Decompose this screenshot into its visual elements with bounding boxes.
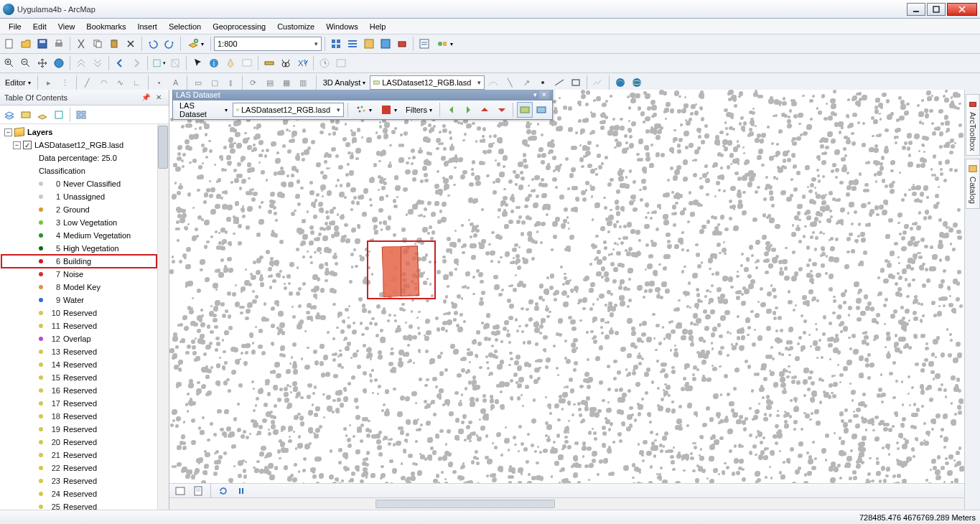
edit-vertices-button[interactable]: ⋮ (57, 75, 73, 90)
interp-point-button[interactable] (535, 75, 551, 90)
add-data-button[interactable]: ▾ (184, 37, 207, 51)
save-button[interactable] (34, 36, 50, 52)
dataset-node[interactable]: −LASDataset12_RGB.lasd (1, 139, 157, 151)
las-points-button[interactable]: ▾ (352, 103, 375, 117)
scale-combo[interactable]: 1:800 (214, 37, 322, 51)
list-by-drawing-button[interactable] (1, 107, 17, 123)
measure-button[interactable] (261, 55, 277, 71)
arcscene-button[interactable] (629, 75, 645, 90)
fixed-zoom-in-button[interactable] (73, 55, 89, 71)
interp-line-button[interactable] (551, 75, 567, 90)
class-row[interactable]: 8Model Key (1, 281, 157, 294)
las-prev-button[interactable] (460, 102, 475, 118)
las-surface-button[interactable]: ▾ (377, 103, 401, 117)
toc-scroll-thumb[interactable] (158, 126, 168, 169)
class-row[interactable]: 0Never Classified (1, 177, 157, 190)
class-row[interactable]: 9Water (1, 294, 157, 307)
findxy-button[interactable]: XY (294, 55, 310, 71)
las-down-button[interactable] (494, 102, 509, 118)
copy-button[interactable] (90, 36, 106, 52)
toc-tree[interactable]: −Layers −LASDataset12_RGB.lasd Data perc… (0, 124, 169, 510)
hyperlink-button[interactable] (223, 55, 238, 71)
html-popup-button[interactable] (239, 55, 255, 71)
catalog-button[interactable] (361, 36, 377, 52)
pan-button[interactable] (34, 55, 50, 71)
minimize-button[interactable] (907, 3, 925, 16)
dataset-checkbox[interactable] (23, 141, 32, 149)
arcglobe-button[interactable] (612, 75, 628, 90)
las-first-button[interactable] (444, 102, 459, 118)
class-row[interactable]: 21Reserved (1, 449, 157, 462)
menu-file[interactable]: File (3, 20, 27, 33)
profile-graph-button[interactable] (590, 75, 606, 90)
fixed-zoom-out-button[interactable] (90, 55, 106, 71)
list-by-selection-button[interactable] (51, 107, 67, 123)
interp-poly-button[interactable] (568, 75, 584, 90)
toc-scrollbar[interactable] (157, 124, 169, 510)
las-filters-menu[interactable]: Filters▾ (402, 103, 436, 117)
clear-selection-button[interactable] (167, 55, 183, 71)
las-toolbar-header[interactable]: LAS Dataset ▾ ✕ (173, 90, 552, 100)
las-toolbar-menu[interactable]: ▾ (531, 90, 539, 102)
class-row[interactable]: 24Reserved (1, 487, 157, 500)
open-button[interactable] (18, 36, 34, 52)
class-row[interactable]: 25Reserved (1, 500, 157, 510)
pause-drawing-button[interactable] (233, 483, 249, 499)
toc-button[interactable] (345, 36, 360, 52)
las-up-button[interactable] (477, 102, 493, 118)
undo-button[interactable] (145, 36, 161, 52)
list-by-source-button[interactable] (18, 107, 34, 123)
las-profile-button[interactable] (517, 102, 532, 118)
class-row[interactable]: 6Building (1, 255, 157, 268)
class-row[interactable]: 23Reserved (1, 474, 157, 487)
class-row[interactable]: 11Reserved (1, 319, 157, 332)
class-row[interactable]: 5High Vegetation (1, 242, 157, 255)
print-button[interactable] (51, 36, 67, 52)
zoom-out-button[interactable] (18, 55, 34, 71)
class-row[interactable]: 3Low Vegetation (1, 216, 157, 229)
data-view-tab[interactable] (172, 483, 188, 499)
viewer-window-button[interactable] (333, 55, 349, 71)
close-button[interactable] (947, 3, 977, 16)
analyst-layer-combo[interactable]: LASDataset12_RGB.lasd (370, 75, 485, 90)
catalog-tab[interactable]: Catalog (966, 159, 980, 209)
class-row[interactable]: 10Reserved (1, 307, 157, 319)
list-by-visibility-button[interactable] (34, 107, 50, 123)
layers-root[interactable]: −Layers (1, 126, 157, 139)
las-toolbar-close[interactable]: ✕ (539, 90, 549, 99)
search-window-button[interactable] (378, 36, 393, 52)
editor-toolbar-button[interactable] (328, 36, 344, 52)
las-dataset-menu[interactable]: LAS Dataset▾ (176, 103, 231, 117)
sketch-props-button[interactable]: ▦ (279, 75, 294, 90)
menu-edit[interactable]: Edit (27, 20, 52, 33)
create-features-button[interactable]: ▥ (295, 75, 311, 90)
edit-annotation-button[interactable]: A (168, 75, 184, 90)
model-builder-button[interactable]: ▾ (433, 37, 457, 51)
class-row[interactable]: 18Reserved (1, 410, 157, 423)
arc-segment-button[interactable]: ◠ (96, 75, 112, 90)
toc-pin-button[interactable]: 📌 (140, 92, 151, 103)
arctoolbox-tab[interactable]: ArcToolbox (966, 94, 980, 156)
class-row[interactable]: 20Reserved (1, 436, 157, 449)
cut-button[interactable] (73, 36, 89, 52)
split-button[interactable]: ⫿ (223, 75, 239, 90)
new-doc-button[interactable] (1, 36, 17, 52)
class-row[interactable]: 22Reserved (1, 462, 157, 474)
layout-view-tab[interactable] (190, 483, 206, 499)
select-features-button[interactable]: ▾ (151, 55, 167, 71)
point-button[interactable]: • (151, 75, 167, 90)
find-button[interactable] (278, 55, 294, 71)
class-row[interactable]: 19Reserved (1, 423, 157, 436)
class-row[interactable]: 7Noise (1, 268, 157, 281)
menu-bookmarks[interactable]: Bookmarks (80, 20, 131, 33)
menu-windows[interactable]: Windows (320, 20, 364, 33)
identify-button[interactable]: i (206, 55, 222, 71)
edit-tool-button[interactable]: ▸ (41, 75, 57, 90)
time-slider-button[interactable] (317, 55, 332, 71)
toc-close-button[interactable]: ✕ (153, 92, 164, 103)
menu-customize[interactable]: Customize (271, 20, 320, 33)
map-hscrollbar[interactable] (169, 497, 968, 510)
trace-button[interactable]: ∿ (113, 75, 129, 90)
menu-insert[interactable]: Insert (131, 20, 163, 33)
pointer-button[interactable] (190, 55, 205, 71)
